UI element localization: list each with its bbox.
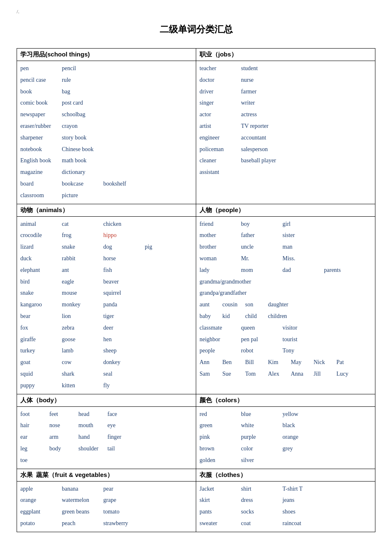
- word: goose: [62, 335, 103, 345]
- word: Kim: [268, 357, 291, 367]
- word: red: [200, 409, 241, 419]
- word: skirt: [200, 495, 241, 505]
- word: accountant: [241, 133, 282, 143]
- word: friend: [200, 219, 241, 229]
- page-title: 二级单词分类汇总: [17, 23, 375, 36]
- word: English book: [20, 156, 62, 166]
- word: dad: [282, 265, 324, 275]
- word: green: [200, 421, 241, 430]
- word: socks: [241, 507, 282, 517]
- word: puppy: [20, 381, 62, 391]
- word: farmer: [241, 87, 282, 97]
- word: coat: [241, 518, 282, 528]
- word: bag: [62, 87, 103, 97]
- colors-content: redblueyellow greenwhiteblack pinkpurple…: [196, 407, 375, 469]
- colors-header: 颜色（colors）: [196, 394, 375, 407]
- fruits-section: 水果 蔬菜（fruit & vegetables） applebananapea…: [17, 469, 196, 532]
- word: duck: [20, 254, 62, 264]
- word: Mr.: [241, 254, 282, 264]
- word: bookshelf: [103, 179, 145, 189]
- word: girl: [282, 219, 324, 229]
- word: pencil case: [20, 75, 62, 85]
- people-section: 人物（people） friendboygirl motherfathersis…: [196, 204, 375, 394]
- word: beaver: [103, 277, 145, 287]
- word: daughter: [268, 300, 291, 310]
- word: May: [291, 357, 314, 367]
- word: Chinese book: [62, 144, 103, 154]
- word: raincoat: [282, 518, 324, 528]
- word: Sue: [222, 369, 245, 379]
- word: frog: [62, 230, 103, 240]
- word: rule: [62, 75, 103, 85]
- word: orange: [20, 495, 62, 505]
- word: pen: [20, 64, 62, 73]
- word: kid: [222, 311, 245, 321]
- word: animal: [20, 219, 62, 229]
- word: assistant: [200, 167, 241, 177]
- word: doctor: [200, 75, 241, 85]
- word: horse: [103, 254, 145, 264]
- word: shark: [62, 369, 103, 379]
- word: hippo: [103, 230, 145, 240]
- main-table: 学习用品(school things) penpencil pencil cas…: [17, 48, 375, 532]
- word: crayon: [62, 121, 103, 131]
- word: actress: [241, 110, 282, 120]
- school-things-header: 学习用品(school things): [17, 49, 196, 61]
- word: eagle: [62, 277, 103, 287]
- word: tail: [107, 444, 136, 454]
- word: eraser/rubber: [20, 121, 62, 131]
- word: writer: [241, 98, 282, 108]
- word: parents: [324, 265, 365, 275]
- word: book: [20, 87, 62, 97]
- word: baseball player: [241, 156, 282, 166]
- word: toe: [20, 455, 49, 465]
- jobs-content: teacherstudent doctornurse driverfarmer …: [196, 61, 375, 181]
- word: kangaroo: [20, 300, 62, 310]
- word: ear: [20, 432, 49, 442]
- word: father: [241, 230, 282, 240]
- word: bear: [20, 311, 62, 321]
- word: hair: [20, 421, 49, 430]
- fruits-header: 水果 蔬菜（fruit & vegetables）: [17, 469, 196, 482]
- word: fish: [103, 265, 145, 275]
- animals-content: animalcatchicken crocodilefroghippo liza…: [17, 217, 196, 394]
- word: grandpa/grandfather: [200, 288, 247, 298]
- word: shirt: [241, 484, 282, 494]
- word: pants: [200, 507, 241, 517]
- word: Tom: [245, 369, 268, 379]
- word: lamb: [62, 346, 103, 356]
- word: student: [241, 64, 282, 73]
- word: mom: [241, 265, 282, 275]
- word: tourist: [282, 335, 324, 345]
- word: pencil: [62, 64, 103, 73]
- word: man: [282, 242, 324, 252]
- word: squid: [20, 369, 62, 379]
- word: watermelon: [62, 495, 103, 505]
- word: grape: [103, 495, 145, 505]
- word: snake: [20, 288, 62, 298]
- word: dictionary: [62, 167, 103, 177]
- word: sheep: [103, 346, 145, 356]
- word: eggplant: [20, 507, 62, 517]
- word: purple: [241, 432, 282, 442]
- word: potato: [20, 518, 62, 528]
- word: comic book: [20, 98, 62, 108]
- word: uncle: [241, 242, 282, 252]
- word: shoulder: [78, 444, 107, 454]
- word: face: [107, 409, 136, 419]
- word: Sam: [200, 369, 222, 379]
- word: cleaner: [200, 156, 241, 166]
- people-content: friendboygirl motherfathersister brother…: [196, 217, 375, 382]
- word: eye: [107, 421, 136, 430]
- word: chicken: [103, 219, 145, 229]
- word: picture: [62, 191, 103, 200]
- word: elephant: [20, 265, 62, 275]
- word: goat: [20, 357, 62, 367]
- jobs-header: 职业（jobs）: [196, 49, 375, 61]
- word: hand: [78, 432, 107, 442]
- word: mouse: [62, 288, 103, 298]
- word: squirrel: [103, 288, 145, 298]
- colors-section: 颜色（colors） redblueyellow greenwhiteblack…: [196, 394, 375, 469]
- word: artist: [200, 121, 241, 131]
- breadcrumb: /.: [17, 8, 375, 15]
